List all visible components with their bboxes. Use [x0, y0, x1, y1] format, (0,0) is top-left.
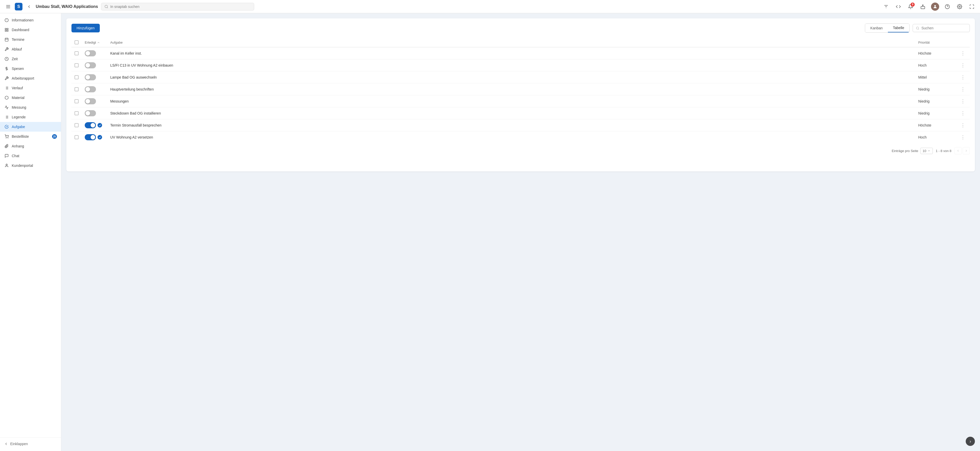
row-task-1: LS/FI C13 in UV Wohnung A2 einbauen: [107, 59, 915, 71]
row-priority-1: Hoch: [915, 59, 956, 71]
per-page-select[interactable]: 10: [920, 148, 932, 154]
row-checkbox-2[interactable]: [75, 75, 79, 79]
toggle-track-0[interactable]: [85, 50, 96, 56]
chevron-down-icon: [928, 149, 931, 152]
code-icon[interactable]: [894, 3, 902, 11]
sidebar-item-informationen[interactable]: Informationen: [0, 15, 61, 25]
row-checkbox-6[interactable]: [75, 123, 79, 127]
sidebar-item-kundenportal[interactable]: Kundenportal: [0, 161, 61, 170]
row-checkbox-cell-2: [72, 71, 82, 83]
row-checkbox-cell-6: [72, 119, 82, 131]
header-prioritaet: Priorität: [915, 38, 956, 47]
toggle-track-2[interactable]: [85, 74, 96, 80]
svg-point-45: [916, 27, 919, 29]
main: Hinzufügen Kanban Tabelle Erledigt: [61, 13, 980, 451]
table-row: Messungen Niedrig ⋮: [72, 95, 970, 107]
sidebar-item-bestellliste[interactable]: Bestellliste 25: [0, 132, 61, 141]
row-actions-5: ⋮: [956, 107, 970, 119]
topbar-search[interactable]: [101, 3, 254, 11]
search-icon: [104, 5, 108, 9]
calendar-icon: [4, 37, 9, 42]
menu-icon[interactable]: [4, 3, 12, 11]
sidebar-item-chat[interactable]: Chat: [0, 151, 61, 161]
row-checkbox-4[interactable]: [75, 99, 79, 103]
row-checkbox-3[interactable]: [75, 87, 79, 91]
sidebar-item-termine[interactable]: Termine: [0, 35, 61, 44]
page-next-button[interactable]: [963, 147, 970, 154]
sidebar-item-dashboard[interactable]: Dashboard: [0, 25, 61, 35]
sidebar-item-arbeitsrapport[interactable]: Arbeitsrapport: [0, 73, 61, 83]
row-toggle-cell-0: [82, 47, 107, 59]
avatar[interactable]: [931, 3, 939, 11]
row-task-3: Hauptverteilung beschriften: [107, 83, 915, 95]
back-icon[interactable]: [25, 3, 33, 11]
header-erledigt[interactable]: Erledigt: [82, 38, 107, 47]
row-checkbox-7[interactable]: [75, 135, 79, 139]
sidebar-item-spesen[interactable]: Spesen: [0, 64, 61, 73]
row-more-button-4[interactable]: ⋮: [959, 98, 967, 105]
svg-rect-20: [5, 28, 6, 30]
row-checkbox-1[interactable]: [75, 63, 79, 67]
person-icon: [4, 163, 9, 168]
sidebar-item-material[interactable]: Material: [0, 93, 61, 103]
row-more-button-1[interactable]: ⋮: [959, 62, 967, 68]
page-prev-button[interactable]: [955, 147, 962, 154]
view-tabelle-button[interactable]: Tabelle: [888, 24, 909, 32]
svg-rect-8: [921, 6, 925, 9]
settings-icon[interactable]: [956, 3, 964, 11]
sidebar-label-material: Material: [12, 96, 57, 100]
sidebar-item-zeit[interactable]: Zeit: [0, 54, 61, 64]
row-more-button-3[interactable]: ⋮: [959, 86, 967, 93]
row-task-2: Lampe Bad OG auswechseln: [107, 71, 915, 83]
sidebar-item-label-informationen: Informationen: [12, 18, 57, 22]
svg-point-44: [6, 164, 7, 165]
row-checkbox-5[interactable]: [75, 111, 79, 115]
select-all-checkbox[interactable]: [75, 40, 79, 44]
sidebar-item-aufgabe[interactable]: Aufgabe: [0, 122, 61, 132]
row-toggle-cell-4: [82, 95, 107, 107]
bot-icon[interactable]: [919, 3, 927, 11]
row-checkbox-cell-4: [72, 95, 82, 107]
row-task-4: Messungen: [107, 95, 915, 107]
hint-tooltip[interactable]: ›: [966, 437, 975, 446]
expand-icon[interactable]: [968, 3, 976, 11]
logo[interactable]: S: [15, 3, 22, 11]
row-more-button-7[interactable]: ⋮: [959, 134, 967, 141]
row-more-button-0[interactable]: ⋮: [959, 50, 967, 57]
row-more-button-2[interactable]: ⋮: [959, 74, 967, 81]
sidebar-item-anhang[interactable]: Anhang: [0, 141, 61, 151]
filter-icon[interactable]: [882, 3, 890, 11]
table-search-input[interactable]: [921, 26, 966, 30]
row-more-button-6[interactable]: ⋮: [959, 122, 967, 129]
sidebar-item-ablauf[interactable]: Ablauf: [0, 44, 61, 54]
page-nav: [955, 147, 970, 154]
row-checkbox-cell-0: [72, 47, 82, 59]
clock-icon: [4, 56, 9, 62]
add-button[interactable]: Hinzufügen: [72, 24, 100, 32]
toggle-track-1[interactable]: [85, 62, 96, 68]
row-checkbox-0[interactable]: [75, 51, 79, 56]
collapse-button[interactable]: Einklappen: [4, 440, 57, 448]
header-select-all[interactable]: [72, 38, 82, 47]
toggle-track-5[interactable]: [85, 110, 96, 116]
sidebar-item-verlauf[interactable]: Verlauf: [0, 83, 61, 93]
paperclip-icon: [4, 144, 9, 149]
sidebar-label-spesen: Spesen: [12, 67, 57, 71]
task-table: Erledigt Aufgabe Priorität: [72, 38, 970, 143]
row-toggle-cell-5: [82, 107, 107, 119]
table-row: Hauptverteilung beschriften Niedrig ⋮: [72, 83, 970, 95]
toggle-track-4[interactable]: [85, 98, 96, 104]
nav-list: Informationen Dashboard Termine Ablauf Z…: [0, 13, 61, 437]
sidebar-item-messung[interactable]: Messung: [0, 103, 61, 112]
table-search[interactable]: [913, 24, 970, 32]
toggle-track-6[interactable]: [85, 122, 96, 128]
sidebar: Informationen Dashboard Termine Ablauf Z…: [0, 13, 61, 451]
row-more-button-5[interactable]: ⋮: [959, 110, 967, 117]
toggle-track-3[interactable]: [85, 86, 96, 92]
sidebar-item-legende[interactable]: Legende: [0, 112, 61, 122]
view-kanban-button[interactable]: Kanban: [865, 24, 888, 32]
search-input[interactable]: [110, 5, 251, 9]
toggle-track-7[interactable]: [85, 134, 96, 140]
notification-icon[interactable]: 9: [907, 3, 915, 11]
help-icon[interactable]: [943, 3, 951, 11]
